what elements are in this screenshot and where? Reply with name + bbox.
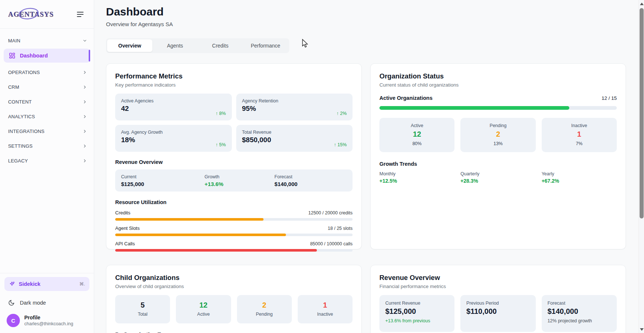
sidebar-group-label: CRM (8, 84, 19, 90)
sidebar-group-settings[interactable]: SETTINGS (0, 139, 94, 153)
card-subtitle: Financial performance metrics (379, 284, 617, 289)
sidebar-item-dashboard[interactable]: Dashboard (4, 49, 90, 63)
revenue-col-label: Forecast (275, 174, 347, 179)
revenue-col-value: $125,000 (121, 181, 205, 187)
resource-usage: 18 / 25 slots (328, 226, 353, 231)
metric-tile-agency-growth: Avg. Agency Growth 18% ↑ 5% (115, 125, 232, 152)
performance-metrics-card: Performance Metrics Key performance indi… (106, 63, 362, 249)
dashboard-grid-icon (9, 52, 15, 59)
tabbar: Overview Agents Credits Performance (106, 38, 289, 53)
metric-delta: ↑ 2% (336, 111, 347, 116)
sparkles-icon (9, 281, 15, 287)
resource-usage: 12500 / 20000 credits (308, 210, 353, 215)
tab-performance[interactable]: Performance (243, 39, 288, 52)
chevron-right-icon (82, 144, 87, 148)
sidekick-button[interactable]: Sidekick ⌘. (4, 277, 89, 291)
active-organizations-progress (379, 106, 617, 110)
tab-overview[interactable]: Overview (107, 39, 152, 52)
profile-button[interactable]: C Profile charles@thinkcoach.ing (4, 312, 89, 329)
sidebar-group-content[interactable]: CONTENT (0, 94, 94, 109)
card-title: Performance Metrics (115, 72, 353, 80)
sidekick-label: Sidekick (19, 281, 76, 287)
tab-agents[interactable]: Agents (152, 39, 198, 52)
trend-value: +12.5% (379, 178, 454, 184)
revenue-tile-label: Forecast (548, 301, 611, 306)
sidebar-group-integrations[interactable]: INTEGRATIONS (0, 124, 94, 139)
chevron-right-icon (82, 158, 87, 163)
metric-label: Agency Retention (242, 98, 347, 104)
stat-value: 1 (301, 301, 350, 309)
status-percent: 13% (464, 141, 532, 146)
scrollbar-up-arrow[interactable] (639, 1, 644, 7)
sidebar-group-label: OPERATIONS (8, 70, 40, 75)
metric-tile-agency-retention: Agency Retention 95% ↑ 2% (236, 94, 353, 120)
status-label: Pending (464, 123, 532, 128)
progress-fill (115, 234, 286, 236)
avatar: C (7, 314, 20, 327)
card-subtitle: Overview of child organizations (115, 284, 353, 289)
progress-bar-api-calls (115, 249, 353, 252)
revenue-col-value: +13.6% (205, 181, 275, 187)
chevron-right-icon (82, 85, 87, 90)
scrollbar-thumb[interactable] (640, 8, 644, 218)
trend-label: Yearly (542, 171, 617, 176)
sidebar-group-operations[interactable]: OPERATIONS (0, 65, 94, 80)
status-tile-active: Active 12 80% (379, 118, 454, 152)
by-type-heading: By Organization Type (115, 332, 353, 333)
chevron-right-icon (82, 70, 87, 75)
moon-icon (8, 299, 15, 306)
stat-tile-inactive: 1 Inactive (298, 295, 353, 323)
main-content: Dashboard Overview for Agentasys SA Over… (94, 0, 638, 333)
stat-tile-active: 12 Active (176, 295, 231, 323)
sidebar-toggle-icon[interactable] (77, 10, 86, 18)
revenue-tile-value: $110,000 (466, 307, 530, 316)
resource-label: Agent Slots (115, 225, 140, 231)
progress-bar-credits (115, 218, 353, 221)
resource-usage: 85000 / 100000 calls (310, 241, 353, 246)
sidebar-group-legacy[interactable]: LEGACY (0, 153, 94, 168)
metric-delta: ↑ 8% (216, 111, 226, 116)
trend-quarterly: Quarterly +28.3% (460, 171, 535, 184)
sidebar: AGENTASYS MAIN Dashboard OPERATIONS (0, 0, 94, 333)
profile-email: charles@thinkcoach.ing (24, 321, 73, 326)
dark-mode-toggle[interactable]: Dark mode (4, 296, 89, 309)
stat-label: Inactive (301, 312, 350, 317)
card-subtitle: Key performance indicators (115, 82, 353, 88)
trend-label: Monthly (379, 171, 454, 176)
metric-value: $850,000 (242, 136, 347, 144)
chevron-down-icon (82, 38, 87, 43)
status-label: Inactive (545, 123, 613, 128)
sidebar-group-label: MAIN (8, 38, 20, 43)
revenue-tile-note: +13.6% from previous (385, 318, 449, 323)
sidebar-group-main[interactable]: MAIN (0, 33, 94, 48)
revenue-overview-heading: Revenue Overview (115, 159, 353, 165)
metric-tile-total-revenue: Total Revenue $850,000 ↑ 15% (236, 125, 353, 152)
resource-row-credits: Credits 12500 / 20000 credits (115, 210, 353, 221)
tab-credits[interactable]: Credits (198, 39, 243, 52)
sidebar-group-label: INTEGRATIONS (8, 129, 45, 134)
cards-grid: Performance Metrics Key performance indi… (106, 63, 626, 333)
growth-trends-grid: Monthly +12.5% Quarterly +28.3% Yearly +… (379, 171, 617, 184)
revenue-overview-card: Revenue Overview Financial performance m… (370, 265, 626, 333)
metric-grid: Active Agencies 42 ↑ 8% Agency Retention… (115, 94, 353, 152)
sidebar-group-analytics[interactable]: ANALYTICS (0, 109, 94, 124)
organization-status-card: Organization Status Current status of ch… (370, 63, 626, 249)
sidebar-group-crm[interactable]: CRM (0, 80, 94, 94)
trend-label: Quarterly (460, 171, 535, 176)
revenue-tiles: Current Revenue $125,000 +13.6% from pre… (379, 295, 617, 332)
window-scrollbar[interactable] (638, 0, 644, 333)
metric-label: Avg. Agency Growth (121, 130, 226, 135)
stat-value: 2 (240, 301, 289, 309)
sidebar-group-label: SETTINGS (8, 143, 33, 149)
app-logo: AGENTASYS (8, 10, 54, 18)
stat-tile-total: 5 Total (115, 295, 170, 323)
card-subtitle: Current status of child organizations (379, 82, 617, 88)
metric-label: Total Revenue (242, 130, 347, 135)
scrollbar-down-arrow[interactable] (639, 326, 644, 332)
revenue-col-label: Current (121, 174, 205, 179)
resource-utilization-heading: Resource Utilization (115, 199, 353, 205)
revenue-tile-forecast: Forecast $140,000 12% projected growth (542, 295, 617, 332)
card-title: Organization Status (379, 72, 617, 80)
progress-bar-agent-slots (115, 234, 353, 236)
active-organizations-row: Active Organizations 12 / 15 (379, 95, 617, 101)
